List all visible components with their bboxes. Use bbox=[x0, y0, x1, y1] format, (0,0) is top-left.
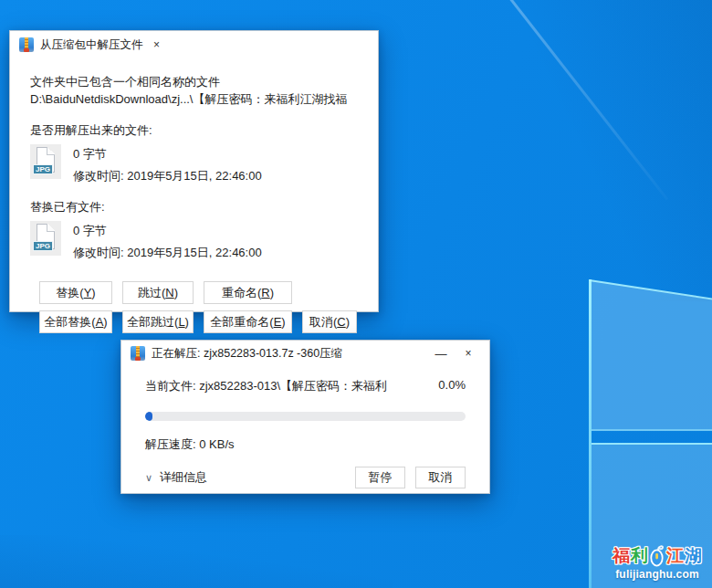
progress-buttons: 暂停 取消 bbox=[355, 467, 466, 488]
existing-file-size: 0 字节 bbox=[73, 223, 262, 239]
wallpaper-pane-divider bbox=[592, 429, 712, 431]
conflict-dialog-title: 从压缩包中解压文件 bbox=[40, 37, 143, 53]
progress-bottom-row: ∨ 详细信息 暂停 取消 bbox=[145, 467, 466, 488]
conflict-dialog-body: 文件夹中已包含一个相同名称的文件 D:\BaiduNetdiskDownload… bbox=[10, 58, 378, 333]
watermark-char: 江 bbox=[666, 546, 684, 566]
progress-status-row: 当前文件: zjx852283-013\【解压密码：来福利 0.0% bbox=[145, 378, 466, 394]
wallpaper-pane-left-edge bbox=[589, 279, 592, 588]
watermark-domain: fulijianghu.com bbox=[608, 568, 707, 581]
progress-bar-fill bbox=[145, 412, 152, 421]
wallpaper-window-pane-upper bbox=[592, 280, 712, 431]
watermark-char: 福 bbox=[613, 546, 630, 566]
cancel-button[interactable]: 取消(C) bbox=[302, 310, 357, 333]
progress-dialog-body: 当前文件: zjx852283-013\【解压密码：来福利 0.0% 解压速度:… bbox=[121, 378, 489, 488]
existing-file-label: 替换已有文件: bbox=[30, 199, 358, 215]
conflict-buttons-row1: 替换(Y) 跳过(N) 重命名(R) bbox=[39, 281, 358, 304]
extracted-file-size: 0 字节 bbox=[73, 146, 262, 163]
progress-dialog-title: 正在解压: zjx852283-013.7z -360压缩 bbox=[152, 346, 342, 362]
file-fold-corner bbox=[47, 224, 55, 232]
existing-file-modified: 修改时间: 2019年5月15日, 22:46:00 bbox=[73, 245, 262, 261]
progress-percent: 0.0% bbox=[438, 378, 466, 394]
details-label: 详细信息 bbox=[160, 469, 207, 486]
pause-button[interactable]: 暂停 bbox=[355, 467, 405, 488]
extracted-file-info: 0 字节 修改时间: 2019年5月15日, 22:46:00 bbox=[73, 144, 262, 184]
current-file-label: 当前文件: zjx852283-013\【解压密码：来福利 bbox=[145, 378, 387, 394]
conflict-dialog-titlebar[interactable]: 从压缩包中解压文件 × bbox=[10, 31, 378, 58]
archive-icon-pull bbox=[135, 357, 141, 361]
fulijianghu-watermark: 福 利 江 湖 fulijianghu.com bbox=[608, 544, 707, 581]
desktop: 从压缩包中解压文件 × 文件夹中已包含一个相同名称的文件 D:\BaiduNet… bbox=[0, 0, 712, 588]
extract-progress-dialog: 正在解压: zjx852283-013.7z -360压缩 — × 当前文件: … bbox=[120, 340, 490, 494]
cancel-button[interactable]: 取消 bbox=[415, 467, 466, 488]
watermark-char: 利 bbox=[631, 546, 648, 566]
close-icon[interactable]: × bbox=[143, 35, 171, 55]
extracted-file-modified: 修改时间: 2019年5月15日, 22:46:00 bbox=[73, 168, 262, 184]
jpg-file-icon: JPG bbox=[30, 144, 61, 179]
skip-all-button[interactable]: 全部跳过(L) bbox=[122, 310, 194, 333]
archive-icon bbox=[19, 37, 34, 52]
conflict-message-line1: 文件夹中已包含一个相同名称的文件 bbox=[30, 73, 358, 90]
rename-button[interactable]: 重命名(R) bbox=[204, 281, 292, 304]
details-toggle[interactable]: ∨ 详细信息 bbox=[145, 469, 207, 486]
wallpaper-bottom-shade bbox=[0, 535, 393, 588]
minimize-icon[interactable]: — bbox=[427, 343, 455, 363]
progress-bar bbox=[145, 412, 466, 421]
archive-icon-pull bbox=[24, 48, 29, 52]
progress-dialog-titlebar[interactable]: 正在解压: zjx852283-013.7z -360压缩 — × bbox=[121, 341, 489, 366]
extract-speed-label: 解压速度: 0 KB/s bbox=[145, 436, 466, 453]
replace-button[interactable]: 替换(Y) bbox=[39, 281, 112, 304]
conflict-message: 文件夹中已包含一个相同名称的文件 D:\BaiduNetdiskDownload… bbox=[30, 73, 358, 108]
rename-all-button[interactable]: 全部重命名(E) bbox=[204, 310, 292, 333]
close-icon[interactable]: × bbox=[455, 343, 482, 363]
existing-file-info: 0 字节 修改时间: 2019年5月15日, 22:46:00 bbox=[73, 221, 262, 261]
watermark-text: 福 利 江 湖 bbox=[608, 544, 707, 567]
file-conflict-dialog: 从压缩包中解压文件 × 文件夹中已包含一个相同名称的文件 D:\BaiduNet… bbox=[9, 30, 379, 312]
wallpaper-corner-shade bbox=[484, 0, 712, 301]
replace-all-button[interactable]: 全部替换(A) bbox=[39, 310, 112, 333]
extracted-file-question: 是否用解压出来的文件: bbox=[30, 122, 358, 139]
jpg-badge: JPG bbox=[33, 164, 53, 174]
chevron-down-icon: ∨ bbox=[145, 472, 152, 484]
existing-file-row: JPG 0 字节 修改时间: 2019年5月15日, 22:46:00 bbox=[30, 221, 358, 261]
watermark-char: 湖 bbox=[685, 546, 702, 566]
jpg-badge: JPG bbox=[33, 241, 53, 251]
skip-button[interactable]: 跳过(N) bbox=[122, 281, 194, 304]
file-fold-corner bbox=[47, 147, 55, 155]
conflict-buttons-row2: 全部替换(A) 全部跳过(L) 全部重命名(E) 取消(C) bbox=[39, 310, 358, 333]
archive-icon bbox=[131, 346, 145, 361]
conflict-message-path: D:\BaiduNetdiskDownload\zj...\【解压密码：来福利江… bbox=[30, 90, 358, 108]
extracted-file-row: JPG 0 字节 修改时间: 2019年5月15日, 22:46:00 bbox=[30, 144, 358, 184]
jpg-file-icon: JPG bbox=[30, 221, 61, 256]
mouse-icon bbox=[650, 544, 665, 567]
